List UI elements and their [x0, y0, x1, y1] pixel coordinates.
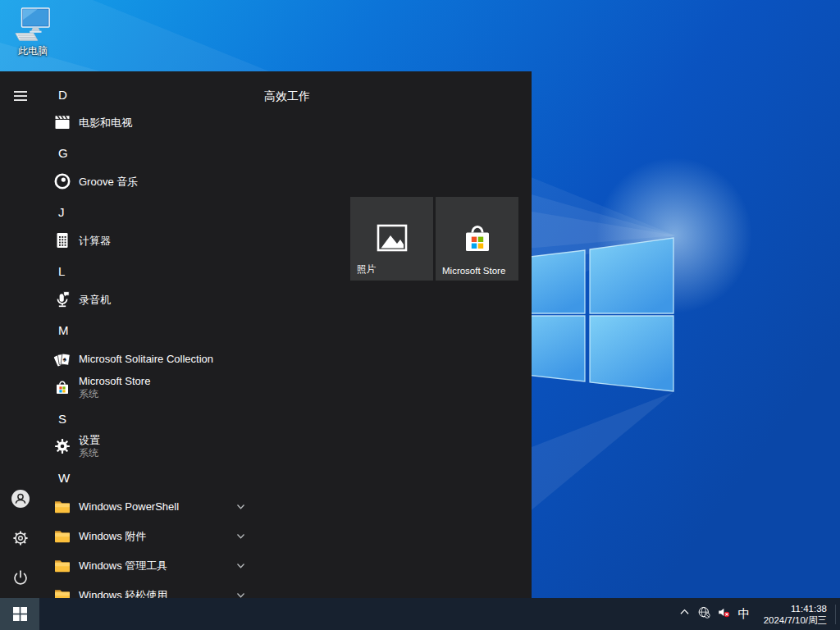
app-item[interactable]: Microsoft Store系统	[39, 370, 259, 404]
app-sublabel: 系统	[79, 447, 100, 459]
volume-mute-icon	[717, 605, 731, 623]
rail-user-button[interactable]	[11, 489, 30, 509]
globe-no-internet-icon	[697, 605, 711, 623]
user-icon	[11, 489, 30, 509]
section-letter-m[interactable]: M	[58, 321, 239, 340]
tile-microsoft-store[interactable]: Microsoft Store	[436, 197, 518, 281]
tile-photos[interactable]: 照片	[350, 197, 433, 281]
windows-logo-icon	[13, 607, 27, 621]
rail-power-button[interactable]	[11, 568, 30, 587]
folder-item[interactable]: Windows 管理工具	[39, 550, 259, 580]
start-menu-app-list: D 电影和电视GGroove 音乐J 计算器L 录音机M ♠Microsoft …	[39, 71, 262, 598]
start-button[interactable]	[0, 598, 39, 630]
store-bag-icon	[52, 377, 72, 397]
app-label: 设置	[79, 434, 100, 446]
hamburger-icon	[11, 86, 30, 106]
clock-date: 2024/7/10/周三	[755, 614, 827, 626]
app-item[interactable]: 计算器	[39, 226, 259, 255]
app-item[interactable]: 录音机	[39, 285, 259, 314]
app-label: Windows 附件	[79, 530, 146, 542]
tray-network-no-internet-button[interactable]	[694, 598, 714, 630]
section-letter-g[interactable]: G	[58, 144, 239, 163]
system-tray: 中 11:41:38 2024/7/10/周三	[674, 598, 840, 630]
store-tile-icon	[458, 218, 497, 258]
tray-volume-muted-button[interactable]	[714, 598, 733, 630]
app-label: Microsoft Store	[79, 375, 150, 387]
photos-icon	[372, 218, 412, 258]
tile-group-title: 高效工作	[264, 89, 310, 104]
section-letter-w[interactable]: W	[58, 468, 239, 488]
tray-hidden-icons-button[interactable]	[674, 598, 694, 630]
power-icon	[11, 568, 30, 587]
section-letter-j[interactable]: J	[58, 203, 239, 222]
app-label: Microsoft Solitaire Collection	[79, 353, 213, 365]
app-item[interactable]: 设置系统	[39, 429, 259, 463]
folder-item[interactable]: Windows PowerShell	[39, 491, 259, 521]
calculator-icon	[52, 231, 72, 250]
start-menu-tile-area: 高效工作 照片 Microsoft Store	[262, 71, 532, 598]
folder-icon	[52, 585, 72, 598]
app-item[interactable]: Groove 音乐	[39, 167, 259, 196]
start-menu-rail	[0, 71, 39, 598]
app-item[interactable]: ♠Microsoft Solitaire Collection	[39, 344, 259, 373]
clock-time: 11:41:38	[755, 603, 827, 614]
this-pc-desktop-icon[interactable]: 此电脑	[7, 7, 59, 58]
solitaire-icon: ♠	[52, 349, 72, 368]
app-label: 电影和电视	[79, 116, 132, 129]
app-label: Windows 管理工具	[79, 559, 167, 572]
app-label: Groove 音乐	[79, 176, 138, 188]
folder-icon	[52, 555, 72, 575]
chevron-down-icon[interactable]	[235, 559, 247, 572]
chevron-down-icon[interactable]	[235, 589, 247, 598]
groove-music-icon	[52, 171, 72, 191]
chevron-up-icon	[678, 605, 692, 623]
ime-indicator[interactable]: 中	[733, 598, 755, 630]
show-desktop-button[interactable]	[836, 598, 840, 630]
section-letter-d[interactable]: D	[58, 85, 239, 105]
app-label: 录音机	[79, 294, 111, 306]
screen: 此电脑 D 电影和电视GGroove 音乐J 计算器L 录音机M ♠Micros…	[0, 0, 840, 630]
movies-tv-icon	[52, 112, 72, 132]
tile-label: 照片	[357, 263, 376, 276]
rail-menu-button[interactable]	[11, 86, 30, 106]
section-letter-s[interactable]: S	[58, 409, 239, 429]
app-label: Windows PowerShell	[79, 500, 179, 513]
computer-icon	[14, 7, 52, 43]
app-item[interactable]: 电影和电视	[39, 107, 259, 137]
folder-icon	[52, 526, 72, 546]
section-letter-l[interactable]: L	[58, 262, 239, 281]
tile-label: Microsoft Store	[442, 266, 505, 276]
folder-icon	[52, 496, 72, 516]
app-label: 计算器	[79, 235, 111, 247]
this-pc-label: 此电脑	[7, 44, 59, 58]
app-label: Windows 轻松使用	[79, 589, 167, 599]
taskbar-clock[interactable]: 11:41:38 2024/7/10/周三	[755, 603, 833, 626]
voice-recorder-icon	[52, 290, 72, 309]
start-menu: D 电影和电视GGroove 音乐J 计算器L 录音机M ♠Microsoft …	[0, 71, 532, 598]
folder-item[interactable]: Windows 轻松使用	[39, 580, 259, 598]
gear-outline-icon	[11, 528, 30, 548]
folder-item[interactable]: Windows 附件	[39, 521, 259, 550]
chevron-down-icon[interactable]	[235, 500, 247, 513]
rail-settings-button[interactable]	[11, 528, 30, 548]
app-sublabel: 系统	[79, 388, 150, 399]
chevron-down-icon[interactable]	[235, 530, 247, 542]
settings-gear-icon	[52, 436, 72, 456]
taskbar: 中 11:41:38 2024/7/10/周三	[0, 598, 840, 630]
